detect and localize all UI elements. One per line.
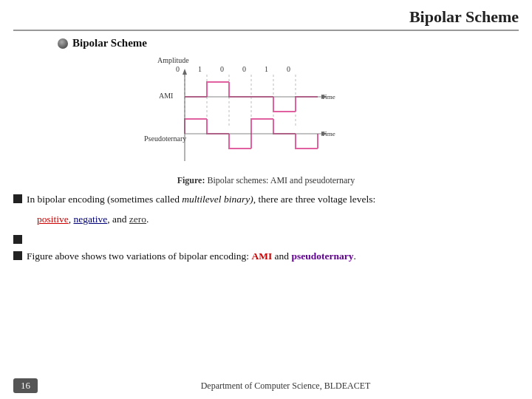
section-heading-label: Bipolar Scheme [72, 37, 147, 50]
caption-prefix: Figure: [177, 175, 205, 185]
bullet-icon-1 [13, 194, 22, 203]
svg-text:AMI: AMI [159, 92, 173, 100]
term-positive: positive [37, 214, 69, 225]
paragraph-3: Figure above shows two variations of bip… [13, 249, 519, 264]
waveform-diagram: Amplitude 0 1 0 0 1 0 AMI [122, 54, 410, 172]
svg-text:Amplitude: Amplitude [157, 56, 189, 64]
heading-bullet-icon [58, 38, 68, 49]
svg-text:1: 1 [198, 65, 202, 73]
italic-text: multilevel binary), [182, 194, 256, 205]
section-heading: Bipolar Scheme [58, 37, 519, 50]
term-negative: negative [74, 214, 108, 225]
svg-text:0: 0 [287, 65, 290, 73]
colored-terms-line: positive, negative, and zero. [37, 212, 519, 227]
term-pseudoternary: pseudoternary [291, 250, 353, 262]
svg-text:0: 0 [220, 65, 224, 73]
caption-main: Bipolar schemes [205, 175, 266, 185]
footer: 16 Department of Computer Science, BLDEA… [0, 378, 532, 393]
footer-department: Department of Computer Science, BLDEACET [52, 381, 519, 392]
svg-text:0: 0 [242, 65, 246, 73]
para-text-1: In bipolar encoding (sometimes called mu… [27, 192, 519, 207]
paragraph-1: In bipolar encoding (sometimes called mu… [13, 192, 519, 207]
term-zero: zero [129, 214, 146, 225]
diagram-caption: Figure: Bipolar schemes: AMI and pseudot… [13, 175, 519, 186]
svg-text:Pseudoternary: Pseudoternary [144, 134, 186, 143]
paragraph-2 [13, 233, 519, 244]
caption-suffix: : AMI and pseudoternary [266, 175, 355, 185]
svg-text:1: 1 [265, 65, 268, 73]
bullet-icon-3 [13, 251, 22, 260]
page-title: Bipolar Scheme [13, 7, 519, 31]
para-text-3: Figure above shows two variations of bip… [27, 249, 519, 264]
page-number: 16 [13, 378, 38, 393]
term-ami: AMI [251, 250, 272, 262]
svg-text:0: 0 [176, 65, 180, 73]
diagram-container: Amplitude 0 1 0 0 1 0 AMI [13, 54, 519, 172]
page: Bipolar Scheme Bipolar Scheme Amplitude … [0, 0, 532, 399]
bullet-icon-2 [13, 235, 22, 244]
